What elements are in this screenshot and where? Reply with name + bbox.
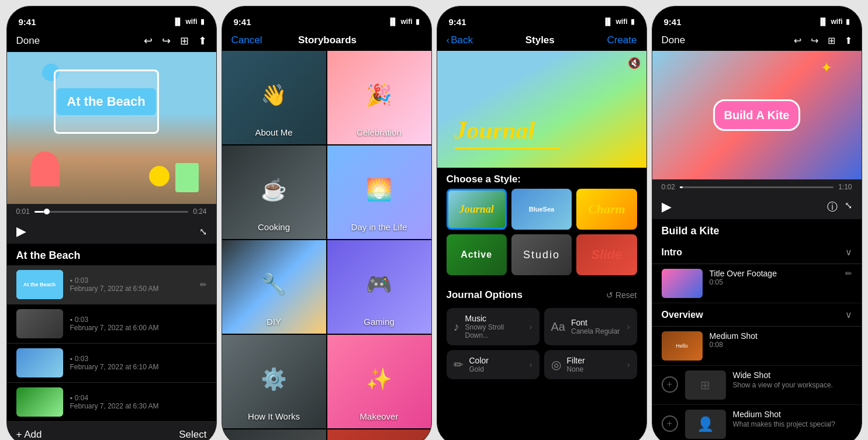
category-label-cooking: Cooking: [222, 222, 326, 232]
overview-clip-title-3: Medium Shot: [733, 410, 852, 419]
play-button-4[interactable]: ▶: [662, 199, 672, 214]
clip-info-1-3: ▪ 0:03 February 7, 2022 at 6:10 AM: [70, 355, 207, 371]
status-icons-4: ▐▌ wifi ▮: [818, 18, 849, 26]
clip-thumb-1-2: [16, 309, 63, 338]
progress-bar-4[interactable]: [680, 186, 834, 188]
undo-icon-1[interactable]: ↩: [144, 34, 153, 47]
battery-icon-3: ▮: [631, 18, 635, 26]
overview-chevron-icon: ∨: [845, 309, 852, 320]
overview-clip-2[interactable]: + ⊞ Wide Shot Show a view of your worksp…: [652, 366, 862, 405]
category-qa[interactable]: 💬 Q&A: [222, 429, 326, 440]
play-bar-1: ▶ ⤡: [7, 219, 216, 244]
category-icon-gaming: 🎮: [366, 272, 392, 297]
clip-item-1-2[interactable]: ▪ 0:03 February 7, 2022 at 6:00 AM: [7, 304, 216, 344]
expand-icon-1[interactable]: ⤡: [199, 226, 207, 237]
option-color-value: Gold: [469, 365, 489, 373]
intro-clip-1[interactable]: Title Over Footage 0:05 ✏: [652, 264, 862, 303]
person-placeholder-icon: 👤: [697, 416, 714, 432]
wifi-icon-1: wifi: [186, 18, 198, 26]
intro-clip-info-1: Title Over Footage 0:05: [710, 269, 838, 286]
overview-clip-1[interactable]: Hello Medium Shot 0:08: [652, 327, 862, 366]
sections-list-4: Intro ∨ Title Over Footage 0:05 ✏ Overvi…: [652, 241, 862, 440]
status-time-2: 9:41: [234, 17, 251, 27]
category-celebration[interactable]: 🎉 Celebration: [327, 51, 431, 144]
add-button-1[interactable]: + Add: [16, 429, 42, 440]
mute-button-3[interactable]: 🔇: [628, 57, 641, 70]
option-color[interactable]: ✏ Color Gold ›: [447, 350, 540, 379]
style-bluesea[interactable]: BlueSea: [511, 189, 572, 230]
category-cooking[interactable]: ☕ Cooking: [222, 145, 326, 239]
clip-edit-icon-1-1[interactable]: ✏: [200, 280, 207, 289]
style-slide[interactable]: Slide: [576, 234, 637, 275]
clip-video-icon-1-1: ▪: [70, 276, 72, 285]
status-bar-3: 9:41 ▐▌ wifi ▮: [437, 6, 646, 32]
style-studio[interactable]: Studio: [511, 234, 572, 275]
category-makeover[interactable]: ✨ Makeover: [327, 335, 431, 428]
category-gaming[interactable]: 🎮 Gaming: [327, 240, 431, 334]
clip-thumb-1-3: [16, 348, 63, 377]
option-color-label: Color: [469, 356, 489, 365]
category-film[interactable]: 🎬 Film: [327, 429, 431, 440]
status-bar-4: 9:41 ▐▌ wifi ▮: [652, 6, 862, 32]
style-active[interactable]: Active: [447, 234, 507, 275]
option-music[interactable]: ♪ Music Snowy Stroll Down... ›: [447, 308, 540, 345]
back-button-3[interactable]: ‹ Back: [447, 34, 473, 46]
clip-item-1-3[interactable]: ▪ 0:03 February 7, 2022 at 6:10 AM: [7, 344, 216, 383]
font-icon: Aa: [551, 320, 565, 334]
overview-clip-title-1: Medium Shot: [710, 331, 852, 341]
category-about-me[interactable]: 👋 About Me: [222, 51, 326, 144]
category-daylife[interactable]: 🌅 Day in the Life: [327, 145, 431, 239]
overview-clip-info-1: Medium Shot 0:08: [710, 331, 852, 349]
redo-icon-1[interactable]: ↪: [162, 34, 171, 47]
intro-section-header[interactable]: Intro ∨: [652, 241, 862, 264]
status-bar-1: 9:41 ▐▌ wifi ▮: [7, 6, 216, 32]
filter-chevron: ›: [627, 360, 630, 369]
done-button-4[interactable]: Done: [662, 34, 686, 46]
add-clip-icon-3[interactable]: +: [662, 415, 678, 432]
category-icon-diy: 🔧: [261, 272, 287, 297]
share-icon-1[interactable]: ⬆: [198, 34, 207, 47]
cancel-button-2[interactable]: Cancel: [231, 34, 262, 46]
category-label-daylife: Day in the Life: [327, 222, 431, 232]
music-icon: ♪: [454, 320, 459, 334]
overview-clip-3[interactable]: + 👤 Medium Shot What makes this project …: [652, 405, 862, 440]
option-music-label: Music: [465, 314, 524, 323]
play-button-1[interactable]: ▶: [16, 224, 26, 239]
intro-thumb-1: [662, 269, 703, 298]
redo-icon-4[interactable]: ↪: [811, 35, 818, 46]
create-button-3[interactable]: Create: [607, 34, 637, 46]
clip-list-1: At the Beach ▪ 0:03 February 7, 2022 at …: [7, 265, 216, 422]
choose-style-label: Choose a Style:: [437, 168, 646, 189]
add-clip-icon-2[interactable]: +: [662, 376, 678, 393]
video-title-overlay-4: Build A Kite: [713, 99, 801, 131]
share-icon-4[interactable]: ⬆: [845, 35, 852, 46]
clip-video-icon-1-4: ▪: [70, 394, 72, 402]
category-icon-makeover: ✨: [366, 367, 392, 392]
clip-item-1-4[interactable]: ▪ 0:04 February 7, 2022 at 6:30 AM: [7, 383, 216, 422]
category-diy[interactable]: 🔧 DIY: [222, 240, 326, 334]
progress-bar-1[interactable]: [34, 211, 188, 213]
clip-duration-1-3: 0:03: [75, 355, 88, 363]
clip-item-1-1[interactable]: At the Beach ▪ 0:03 February 7, 2022 at …: [7, 265, 216, 304]
intro-clip-edit-icon-1[interactable]: ✏: [845, 269, 852, 278]
overview-section-header[interactable]: Overview ∨: [652, 303, 862, 327]
option-filter[interactable]: ◎ Filter None ›: [544, 350, 637, 379]
expand-icon-4[interactable]: ⤡: [845, 200, 852, 214]
done-button-1[interactable]: Done: [16, 35, 40, 47]
screen-1: 9:41 ▐▌ wifi ▮ Done ↩ ↪ ⊞ ⬆ At the Beach: [6, 6, 217, 440]
style-charm[interactable]: Charm: [576, 189, 637, 230]
battery-icon-4: ▮: [846, 18, 850, 26]
style-slide-label: Slide: [592, 247, 623, 262]
select-button-1[interactable]: Select: [179, 429, 206, 440]
project-icon-1[interactable]: ⊞: [180, 34, 189, 47]
category-label-howitworks: How It Works: [222, 411, 326, 421]
category-howitworks[interactable]: ⚙️ How It Works: [222, 335, 326, 428]
style-journal[interactable]: Journal: [447, 189, 507, 230]
overview-section-title: Overview: [662, 310, 703, 320]
nav-bar-3: ‹ Back Styles Create: [437, 32, 646, 51]
project-icon-4[interactable]: ⊞: [828, 35, 835, 46]
reset-button-3[interactable]: ↺ Reset: [606, 290, 637, 300]
option-font[interactable]: Aa Font Canela Regular ›: [544, 308, 637, 345]
undo-icon-4[interactable]: ↩: [794, 35, 801, 46]
info-icon-4[interactable]: ⓘ: [827, 200, 838, 214]
